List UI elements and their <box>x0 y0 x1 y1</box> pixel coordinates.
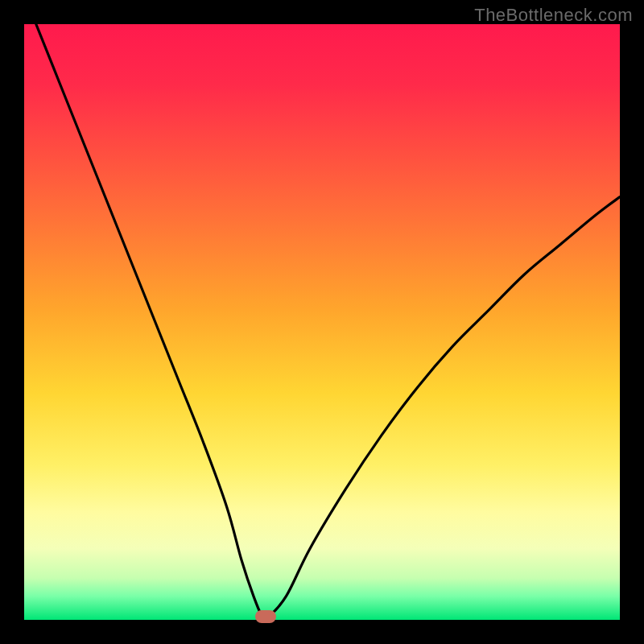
plot-area <box>24 24 620 620</box>
chart-frame: TheBottleneck.com <box>0 0 644 644</box>
curve-svg <box>24 24 620 620</box>
watermark-text: TheBottleneck.com <box>474 5 633 26</box>
bottleneck-curve-path <box>36 24 620 620</box>
optimum-marker <box>255 610 276 623</box>
